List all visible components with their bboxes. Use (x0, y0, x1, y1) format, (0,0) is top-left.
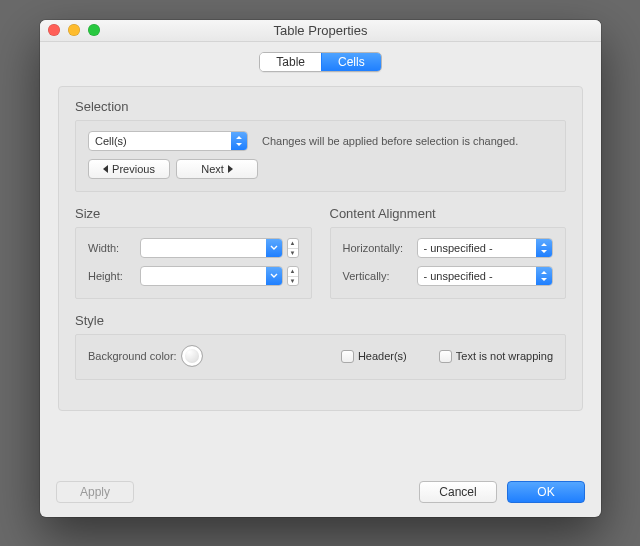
tab-table[interactable]: Table (260, 53, 321, 71)
selection-scope-combo[interactable]: Cell(s) (88, 131, 248, 151)
segmented-control: Table Cells (259, 52, 381, 72)
nowrap-checkbox[interactable]: Text is not wrapping (439, 350, 553, 363)
height-combo[interactable] (140, 266, 283, 286)
horiz-combo[interactable]: - unspecified - (417, 238, 554, 258)
width-label: Width: (88, 242, 140, 254)
vert-label: Vertically: (343, 270, 417, 282)
close-button[interactable] (48, 24, 60, 36)
content-panel: Selection Cell(s) Changes will be applie… (58, 86, 583, 411)
previous-label: Previous (112, 160, 155, 178)
header-checkbox[interactable]: Header(s) (341, 350, 407, 363)
triangle-right-icon (228, 165, 233, 173)
section-heading-alignment: Content Alignment (330, 206, 567, 221)
window-title: Table Properties (274, 23, 368, 38)
height-value (141, 267, 266, 285)
section-alignment: Horizontally: - unspecified - Vertically… (330, 227, 567, 299)
selection-hint: Changes will be applied before selection… (262, 135, 518, 147)
section-heading-selection: Selection (75, 99, 566, 114)
vert-combo[interactable]: - unspecified - (417, 266, 554, 286)
checkbox-icon (439, 350, 452, 363)
dialog-window: Table Properties Table Cells Selection C… (40, 20, 601, 517)
updown-icon (231, 132, 247, 150)
selection-scope-value: Cell(s) (89, 132, 231, 150)
traffic-lights (48, 24, 100, 36)
tabbar: Table Cells (40, 42, 601, 86)
zoom-button[interactable] (88, 24, 100, 36)
apply-button[interactable]: Apply (56, 481, 134, 503)
cancel-button[interactable]: Cancel (419, 481, 497, 503)
updown-icon (536, 239, 552, 257)
section-style: Background color: Header(s) Text is not … (75, 334, 566, 380)
previous-button[interactable]: Previous (88, 159, 170, 179)
vert-value: - unspecified - (418, 267, 537, 285)
titlebar: Table Properties (40, 20, 601, 42)
stepper-down-icon: ▼ (288, 277, 298, 286)
height-label: Height: (88, 270, 140, 282)
header-checkbox-label: Header(s) (358, 350, 407, 362)
nowrap-checkbox-label: Text is not wrapping (456, 350, 553, 362)
dialog-footer: Apply Cancel OK (40, 469, 601, 517)
ok-button[interactable]: OK (507, 481, 585, 503)
horiz-value: - unspecified - (418, 239, 537, 257)
stepper-up-icon: ▲ (288, 239, 298, 249)
width-value (141, 239, 266, 257)
next-button[interactable]: Next (176, 159, 258, 179)
tab-cells[interactable]: Cells (321, 53, 381, 71)
horiz-label: Horizontally: (343, 242, 417, 254)
section-selection: Cell(s) Changes will be applied before s… (75, 120, 566, 192)
width-stepper[interactable]: ▲ ▼ (287, 238, 299, 258)
height-stepper[interactable]: ▲ ▼ (287, 266, 299, 286)
width-combo[interactable] (140, 238, 283, 258)
section-heading-style: Style (75, 313, 566, 328)
minimize-button[interactable] (68, 24, 80, 36)
bg-color-well[interactable] (181, 345, 203, 367)
chevron-down-icon (266, 239, 282, 257)
section-heading-size: Size (75, 206, 312, 221)
stepper-up-icon: ▲ (288, 267, 298, 277)
triangle-left-icon (103, 165, 108, 173)
section-size: Width: ▲ ▼ Height: (75, 227, 312, 299)
checkbox-icon (341, 350, 354, 363)
next-label: Next (201, 160, 224, 178)
bg-color-label: Background color: (88, 350, 177, 362)
chevron-down-icon (266, 267, 282, 285)
stepper-down-icon: ▼ (288, 249, 298, 258)
updown-icon (536, 267, 552, 285)
